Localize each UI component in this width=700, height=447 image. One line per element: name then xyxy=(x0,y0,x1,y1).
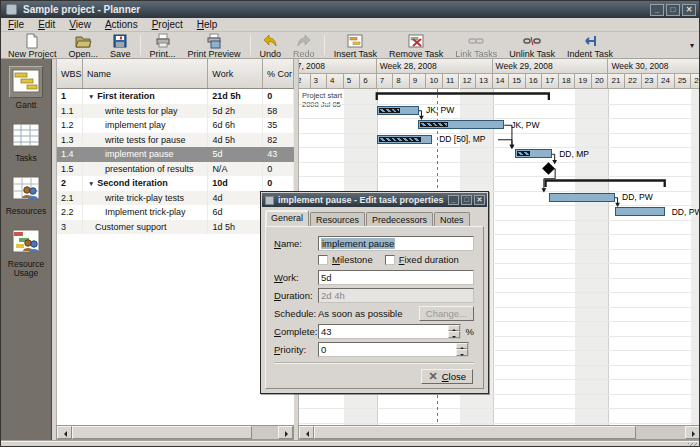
task-row-1.1[interactable]: 1.1write tests for play5d 2h58 xyxy=(57,104,294,119)
tab-notes[interactable]: Notes xyxy=(434,212,470,226)
toolbar-insert-task-button[interactable]: Insert Task xyxy=(328,32,383,58)
toolbar-print-preview-button[interactable]: Print Preview xyxy=(182,32,247,58)
maximize-button[interactable]: □ xyxy=(666,4,680,16)
toolbar-open-button[interactable]: Open... xyxy=(63,32,105,58)
toolbar-print-button[interactable]: Print... xyxy=(144,32,182,58)
scroll-right-arrow[interactable] xyxy=(278,426,293,439)
gantt-bar-write-tests-for-play[interactable] xyxy=(377,106,419,115)
scroll-thumb[interactable] xyxy=(314,426,636,439)
sidebar-item-tasks[interactable]: Tasks xyxy=(3,121,49,163)
gantt-bar-write-trick-play-tests[interactable] xyxy=(549,193,615,202)
task-row-1.3[interactable]: 1.3write tests for pause4d 5h82 xyxy=(57,133,294,148)
scroll-right-arrow[interactable] xyxy=(685,426,700,439)
fixed-duration-checkbox-box[interactable] xyxy=(385,255,395,265)
tab-predecessors[interactable]: Predecessors xyxy=(366,212,433,226)
sidebar-item-resources[interactable]: Resources xyxy=(3,174,49,216)
sidebar-item-gantt[interactable]: Gantt xyxy=(3,66,49,110)
gantt-bar-implement-play[interactable] xyxy=(418,120,504,129)
column-header-cor[interactable]: % Cor xyxy=(263,59,294,88)
dialog-title-bar[interactable]: implement pause - Edit task properties _… xyxy=(262,193,487,207)
gantt-bar-implement-trick-play[interactable] xyxy=(615,207,665,216)
menu-help[interactable]: Help xyxy=(190,18,225,32)
complete-label: Complete: xyxy=(274,326,318,337)
day-header-cell: 18 xyxy=(559,74,576,89)
gantt-bar-write-tests-for-pause[interactable] xyxy=(377,135,432,144)
scroll-left-arrow[interactable] xyxy=(299,426,314,439)
task-row-3[interactable]: 3Customer support1d 5h xyxy=(57,220,294,235)
task-row-1.2[interactable]: 1.2implement play6d 6h35 xyxy=(57,118,294,133)
title-bar[interactable]: Sample project - Planner _ □ ✕ xyxy=(1,1,699,18)
toolbar-remove-task-button[interactable]: Remove Task xyxy=(383,32,449,58)
task-row-2[interactable]: 2▼Second iteration10d0 xyxy=(57,176,294,191)
week-header-cell: Week 30, 2008 xyxy=(608,59,700,74)
day-header-cell: 4 xyxy=(327,74,344,89)
gantt-bar-implement-pause[interactable] xyxy=(515,149,552,158)
table-hscrollbar[interactable] xyxy=(56,425,294,440)
expander-triangle[interactable]: ▼ xyxy=(88,180,94,187)
toolbar-save-button[interactable]: Save xyxy=(104,32,137,58)
fixed-duration-checkbox[interactable]: Fixed duration xyxy=(385,254,459,265)
weekend-shading xyxy=(575,89,608,425)
cell-wbs: 2 xyxy=(57,176,83,191)
menu-edit[interactable]: Edit xyxy=(31,18,62,32)
gantt-icon xyxy=(9,66,43,98)
sidebar-item-label: Resource Usage xyxy=(3,260,49,278)
toolbar-indent-task-button[interactable]: Indent Task xyxy=(561,32,619,58)
gantt-hscrollbar[interactable] xyxy=(298,425,700,440)
column-header-wbs[interactable]: WBS xyxy=(57,59,83,88)
week-header-cell: Week 29, 2008 xyxy=(493,59,609,74)
expander-triangle[interactable]: ▼ xyxy=(88,93,94,100)
column-header-name[interactable]: Name xyxy=(83,59,208,88)
milestone-checkbox[interactable]: Milestone xyxy=(318,254,373,265)
day-header-cell: 7 xyxy=(377,74,394,89)
sidebar-item-resource-usage[interactable]: Resource Usage xyxy=(3,227,49,278)
task-row-1[interactable]: 1▼First iteration21d 5h0 xyxy=(57,89,294,104)
column-header-work[interactable]: Work xyxy=(208,59,263,88)
tab-general[interactable]: General xyxy=(265,210,309,226)
tab-resources[interactable]: Resources xyxy=(310,212,365,226)
menu-file[interactable]: File xyxy=(1,18,31,32)
view-sidebar: GanttTasksResourcesResource Usage xyxy=(1,59,52,440)
work-input[interactable]: 5d xyxy=(318,270,474,285)
task-row-2.1[interactable]: 2.1write trick-play tests4d xyxy=(57,191,294,206)
priority-spin-buttons[interactable] xyxy=(456,343,468,356)
cell-percent-complete: 0 xyxy=(263,176,294,191)
scroll-left-arrow[interactable] xyxy=(57,426,72,439)
toolbar-new-project-button[interactable]: New Project xyxy=(2,32,63,58)
milestone-diamond[interactable] xyxy=(542,162,555,175)
dialog-minimize-button[interactable]: _ xyxy=(448,195,459,205)
cell-name: implement play xyxy=(83,118,208,133)
milestone-checkbox-box[interactable] xyxy=(318,255,328,265)
cell-name: write tests for play xyxy=(83,104,208,119)
task-row-1.4[interactable]: 1.4implement pause5d43 xyxy=(57,147,294,162)
toolbar-unlink-task-button[interactable]: Unlink Task xyxy=(503,32,561,58)
menu-actions[interactable]: Actions xyxy=(98,18,145,32)
day-header-cell: 12 xyxy=(460,74,477,89)
complete-spin-buttons[interactable] xyxy=(448,325,460,338)
close-button[interactable]: ✕ xyxy=(682,4,696,16)
toolbar-undo-button[interactable]: Undo xyxy=(254,32,288,58)
minimize-button[interactable]: _ xyxy=(650,4,664,16)
dialog-close-button[interactable]: ✕ xyxy=(474,195,485,205)
close-task-dialog-button[interactable]: ✕ Close xyxy=(421,369,473,384)
progress-hatch xyxy=(420,122,447,127)
task-row-2.2[interactable]: 2.2Implement trick-play6d xyxy=(57,205,294,220)
priority-spinner[interactable]: 0 xyxy=(318,342,469,357)
day-header-cell: 26 xyxy=(691,74,700,89)
resize-grip[interactable] xyxy=(688,443,698,447)
name-input[interactable]: implement pause xyxy=(318,236,474,251)
day-header-cell: 15 xyxy=(509,74,526,89)
cell-wbs: 1.3 xyxy=(57,133,83,148)
toolbar-button-label: Unlink Task xyxy=(509,49,555,59)
dialog-maximize-button[interactable]: □ xyxy=(461,195,472,205)
menu-project[interactable]: Project xyxy=(145,18,190,32)
resource-assignment-label: DD [50], MP xyxy=(439,134,485,144)
complete-spinner[interactable]: 43 xyxy=(318,324,461,339)
menu-view[interactable]: View xyxy=(62,18,98,32)
toolbar-overflow-arrow[interactable]: ▾ xyxy=(686,41,698,50)
dialog-tabs: GeneralResourcesPredecessorsNotes xyxy=(265,210,484,226)
task-row-1.5[interactable]: 1.5presentation of resultsN/A0 xyxy=(57,162,294,177)
table-header[interactable]: WBSNameWork% Cor xyxy=(57,59,294,89)
scroll-thumb[interactable] xyxy=(72,426,252,439)
cell-name: implement pause xyxy=(83,147,208,162)
